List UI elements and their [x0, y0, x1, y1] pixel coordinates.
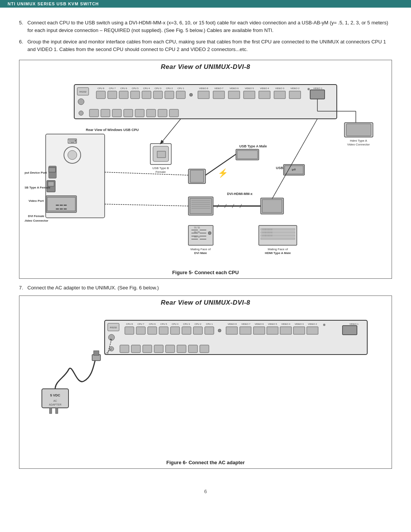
figure6-diagram: RS232 CPU 8 CPU 7 CPU 6 CPU 5 CPU 4 CPU … [34, 309, 377, 454]
svg-rect-147 [170, 327, 180, 334]
svg-rect-19 [176, 91, 185, 99]
svg-point-110 [208, 232, 211, 235]
svg-text:VIDEO 5: VIDEO 5 [245, 87, 254, 89]
svg-text:| | | | | | | | | |: | | | | | | | | | | [263, 231, 272, 233]
item-5-num: 5. [19, 19, 27, 34]
svg-point-58 [68, 150, 77, 160]
svg-text:VIDEO 1: VIDEO 1 [349, 323, 358, 325]
svg-text:| | | | | | | | | |: | | | | | | | | | | [263, 234, 272, 236]
svg-text:Hdmi Type A: Hdmi Type A [350, 139, 367, 142]
svg-text:Video Connector: Video Connector [347, 143, 370, 146]
svg-rect-32 [228, 91, 240, 99]
svg-text:CPU 3: CPU 3 [155, 87, 161, 89]
svg-rect-173 [154, 345, 163, 353]
svg-text:Mating Face of: Mating Face of [268, 248, 288, 251]
svg-text:CPU 6: CPU 6 [120, 87, 127, 89]
svg-rect-162 [240, 327, 251, 334]
svg-rect-40 [101, 109, 110, 117]
svg-text:DVI Male: DVI Male [194, 251, 207, 255]
figure6-caption: Figure 6- Connect the AC adapter [19, 457, 392, 468]
svg-text:VIDEO 6: VIDEO 6 [255, 323, 264, 325]
svg-text:VIDEO 4: VIDEO 4 [260, 87, 269, 89]
svg-text:▬ ▬ ▬: ▬ ▬ ▬ [56, 203, 67, 206]
header-title: NTI UNIMUX SERIES USB KVM SWITCH [8, 2, 99, 6]
svg-rect-149 [193, 327, 202, 334]
svg-rect-34 [259, 91, 270, 99]
svg-text:Mating Face of: Mating Face of [191, 248, 211, 251]
svg-text:USB Type A Female: USB Type A Female [25, 186, 51, 189]
svg-rect-31 [213, 91, 225, 99]
svg-rect-60 [49, 168, 56, 172]
svg-text:CPU 3: CPU 3 [183, 323, 190, 325]
svg-text:\\\ \\\: \\\ \\\ [194, 235, 200, 238]
svg-text:Rear View of Windows USB CPU: Rear View of Windows USB CPU [86, 128, 139, 132]
svg-text:CPU 5: CPU 5 [132, 87, 139, 89]
svg-text:VIDEO 6: VIDEO 6 [229, 87, 239, 89]
svg-rect-12 [96, 91, 105, 99]
svg-rect-150 [205, 327, 214, 334]
svg-text:CPU 7: CPU 7 [109, 87, 116, 89]
svg-text:CPU 8: CPU 8 [97, 87, 104, 89]
svg-text:VIDEO 3: VIDEO 3 [275, 87, 284, 89]
item-6-text: Group the input device and monitor inter… [27, 38, 392, 53]
svg-text:CPU 1: CPU 1 [177, 87, 184, 89]
svg-rect-14 [119, 91, 128, 99]
svg-text:AC: AC [53, 399, 57, 402]
svg-text:CPU 8: CPU 8 [126, 323, 133, 325]
page-number: 6 [204, 489, 207, 494]
svg-rect-42 [124, 109, 133, 117]
svg-text:RS232: RS232 [110, 326, 117, 329]
svg-text:VIDEO 3: VIDEO 3 [295, 323, 304, 325]
svg-rect-13 [108, 91, 117, 99]
svg-rect-100 [262, 200, 282, 212]
svg-text:VIDEO 8: VIDEO 8 [228, 323, 237, 325]
svg-rect-166 [293, 327, 305, 334]
figure5-title: Rear View of UNIMUX-DVI-8 [19, 60, 392, 73]
svg-text:Video Connector: Video Connector [25, 219, 48, 222]
svg-text:VIDEO 7: VIDEO 7 [214, 87, 223, 89]
svg-rect-16 [142, 91, 151, 99]
svg-text:VIDEO 1: VIDEO 1 [313, 87, 322, 89]
svg-rect-172 [143, 345, 152, 353]
svg-text:CPU 2: CPU 2 [194, 323, 201, 325]
svg-rect-175 [177, 345, 186, 353]
svg-rect-148 [182, 327, 191, 334]
svg-point-38 [79, 111, 83, 115]
svg-rect-18 [165, 91, 174, 99]
svg-rect-182 [49, 408, 52, 414]
svg-rect-44 [147, 109, 156, 117]
svg-text:5 VDC: 5 VDC [50, 393, 61, 397]
svg-text:CPU 6: CPU 6 [149, 323, 156, 325]
svg-rect-165 [280, 327, 292, 334]
svg-rect-43 [135, 109, 144, 117]
svg-rect-185 [94, 351, 99, 355]
svg-rect-177 [200, 345, 209, 353]
svg-rect-164 [267, 327, 278, 334]
figure6-title: Rear View of UNIMUX-DVI-8 [19, 296, 392, 309]
item-6-num: 6. [19, 38, 27, 53]
svg-text:USB Type A Male: USB Type A Male [239, 144, 267, 148]
svg-text:DVI-HDMI-MM-x: DVI-HDMI-MM-x [227, 192, 253, 196]
svg-rect-167 [307, 327, 318, 334]
svg-line-128 [105, 172, 188, 175]
svg-rect-35 [274, 91, 285, 99]
svg-text:Female: Female [156, 170, 166, 174]
svg-rect-30 [198, 91, 209, 99]
svg-rect-144 [136, 327, 145, 334]
svg-text:\\\ \\\: \\\ \\\ [194, 226, 200, 229]
item-5-text: Connect each CPU to the USB switch using… [27, 19, 392, 34]
svg-rect-146 [159, 327, 168, 334]
figure5-caption: Figure 5- Connect each CPU [19, 267, 392, 278]
svg-text:▬ ▬ ▬: ▬ ▬ ▬ [56, 207, 67, 210]
svg-text:USB Type B: USB Type B [152, 166, 169, 170]
svg-text:Video Port: Video Port [29, 199, 44, 203]
figure5-diagram: RS232 CPU 8 CPU 7 CPU 6 CPU 5 CPU 4 CPU … [25, 73, 386, 264]
figure5-box: Rear View of UNIMUX-DVI-8 RS232 CPU 8 CP… [19, 60, 392, 279]
svg-rect-143 [125, 327, 134, 334]
svg-rect-120 [261, 238, 295, 240]
svg-point-20 [190, 93, 193, 96]
svg-text:⇌: ⇌ [292, 166, 296, 173]
svg-text:DVI Female: DVI Female [28, 214, 45, 218]
svg-rect-15 [131, 91, 140, 99]
svg-text:RS232: RS232 [80, 91, 87, 93]
